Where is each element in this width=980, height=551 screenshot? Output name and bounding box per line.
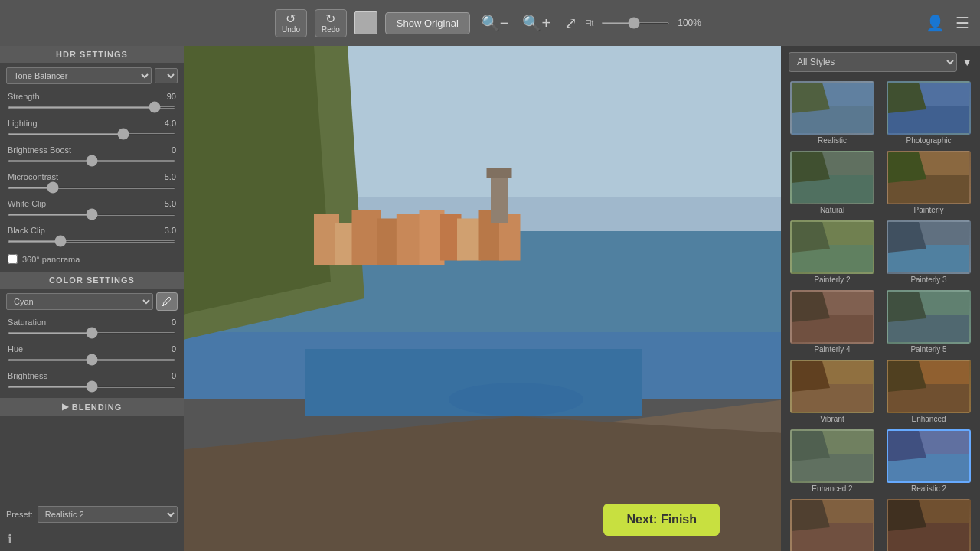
blending-section[interactable]: ▶ BLENDING: [0, 398, 184, 416]
black-clip-slider[interactable]: [8, 240, 176, 243]
style-thumb-painterly: [887, 151, 971, 204]
menu-icon[interactable]: ☰: [952, 11, 972, 35]
zoom-container: ⤢ Fit: [561, 11, 593, 35]
fit-label: Fit: [585, 19, 593, 28]
show-original-label: Show Original: [397, 18, 459, 29]
color-picker-button[interactable]: 🖊: [156, 292, 178, 311]
hue-slider[interactable]: [8, 359, 176, 361]
panorama-checkbox[interactable]: [8, 254, 18, 264]
style-thumb-painterly4: [790, 290, 874, 344]
color-brightness-label: Brightness: [8, 371, 47, 380]
style-item-interior2[interactable]: Interior 2: [880, 496, 977, 551]
style-thumb-enhanced: [887, 360, 971, 413]
brightness-boost-slider-row: Brightness Boost 0: [0, 142, 184, 169]
microcontrast-slider[interactable]: [8, 187, 176, 189]
left-panel: HDR SETTINGS Tone Balancer ▼ Strength 90…: [0, 46, 184, 551]
lighting-slider[interactable]: [8, 133, 176, 135]
hdr-settings-header: HDR SETTINGS: [0, 46, 184, 63]
strength-value: 90: [149, 92, 176, 101]
style-item-enhanced2[interactable]: Enhanced 2: [784, 426, 880, 496]
style-label-painterly3: Painterly 3: [910, 276, 946, 284]
saturation-slider[interactable]: [8, 332, 176, 334]
color-brightness-slider[interactable]: [8, 386, 176, 388]
next-finish-label: Next: Finish: [626, 513, 697, 526]
style-thumb-natural: [790, 151, 874, 204]
saturation-slider-row: Saturation 0: [0, 315, 184, 341]
style-thumb-interior2: [887, 499, 971, 551]
undo-button[interactable]: ↺ Undo: [275, 9, 307, 37]
show-original-button[interactable]: Show Original: [385, 12, 470, 34]
zoom-value-label: 100%: [678, 18, 701, 28]
style-item-realistic[interactable]: Realistic: [784, 78, 880, 148]
info-icon[interactable]: ℹ: [8, 532, 12, 546]
style-item-painterly4[interactable]: Painterly 4: [784, 287, 880, 357]
style-thumb-interior: [790, 499, 874, 551]
right-panel: All Styles ▼ Realistic Photographic: [781, 46, 980, 551]
next-finish-button[interactable]: Next: Finish: [603, 504, 720, 536]
fit-button[interactable]: ⤢: [561, 11, 580, 35]
color-settings-header: COLOR SETTINGS: [0, 272, 184, 289]
styles-header: All Styles ▼: [781, 46, 980, 78]
svg-point-21: [449, 383, 583, 416]
black-clip-value: 3.0: [149, 226, 176, 235]
panorama-label: 360° panorama: [22, 255, 80, 264]
style-thumb-painterly5: [887, 290, 971, 344]
preset-label: Preset:: [6, 510, 33, 519]
style-label-enhanced: Enhanced: [911, 415, 946, 423]
redo-label: Redo: [322, 25, 340, 34]
zoom-slider[interactable]: [601, 22, 670, 24]
black-clip-slider-row: Black Clip 3.0: [0, 223, 184, 249]
color-channel-row: Cyan 🖊: [0, 289, 184, 315]
tone-balancer-select[interactable]: Tone Balancer: [6, 67, 152, 84]
canvas-image: [184, 46, 781, 551]
style-item-natural[interactable]: Natural: [784, 148, 880, 217]
all-styles-select[interactable]: All Styles: [789, 52, 957, 72]
strength-label: Strength: [8, 92, 40, 101]
style-item-painterly2[interactable]: Painterly 2: [784, 217, 880, 287]
zoom-in-button[interactable]: 🔍+: [519, 11, 554, 35]
strength-slider[interactable]: [8, 106, 176, 109]
left-bottom: ℹ: [0, 527, 184, 551]
preset-select[interactable]: Realistic 2: [38, 506, 178, 523]
toolbar-center: ↺ Undo ↻ Redo Show Original 🔍− 🔍+ ⤢ Fit …: [209, 9, 767, 37]
hue-value: 0: [149, 344, 176, 354]
main-layout: HDR SETTINGS Tone Balancer ▼ Strength 90…: [0, 46, 980, 551]
microcontrast-slider-row: Microcontrast -5.0: [0, 169, 184, 196]
color-channel-select[interactable]: Cyan: [6, 293, 153, 310]
strength-slider-row: Strength 90: [0, 89, 184, 116]
saturation-label: Saturation: [8, 318, 46, 327]
lighting-label: Lighting: [8, 119, 38, 128]
style-item-realistic2[interactable]: Realistic 2: [880, 426, 977, 496]
toolbar-right: 👤 ☰: [773, 11, 972, 35]
style-item-interior[interactable]: Interior: [784, 496, 880, 551]
redo-button[interactable]: ↻ Redo: [315, 9, 347, 37]
lighting-value: 4.0: [149, 119, 176, 128]
blending-arrow: ▶: [62, 402, 69, 412]
style-thumb-realistic: [790, 81, 874, 135]
style-item-vibrant[interactable]: Vibrant: [784, 357, 880, 426]
style-item-photographic[interactable]: Photographic: [880, 78, 977, 148]
style-item-painterly3[interactable]: Painterly 3: [880, 217, 977, 287]
svg-marker-5: [184, 46, 331, 315]
white-clip-slider[interactable]: [8, 214, 176, 216]
style-label-painterly: Painterly: [914, 206, 944, 214]
zoom-out-button[interactable]: 🔍−: [478, 11, 512, 35]
style-item-painterly[interactable]: Painterly: [880, 148, 977, 217]
center-canvas: Next: Finish: [184, 46, 781, 551]
style-label-painterly5: Painterly 5: [910, 345, 946, 354]
style-item-painterly5[interactable]: Painterly 5: [880, 287, 977, 357]
svg-rect-8: [352, 210, 382, 266]
blending-label: BLENDING: [72, 403, 122, 412]
saturation-value: 0: [149, 318, 176, 327]
account-icon[interactable]: 👤: [923, 11, 948, 35]
style-item-enhanced[interactable]: Enhanced: [880, 357, 977, 426]
style-label-natural: Natural: [820, 206, 844, 214]
brightness-boost-slider[interactable]: [8, 160, 176, 162]
tone-balancer-mode-select[interactable]: ▼: [155, 68, 178, 83]
color-swatch[interactable]: [354, 11, 377, 34]
svg-rect-17: [487, 168, 512, 178]
svg-rect-13: [457, 219, 481, 261]
style-thumb-photographic: [887, 81, 971, 135]
brightness-boost-label: Brightness Boost: [8, 145, 71, 155]
toolbar: ↺ Undo ↻ Redo Show Original 🔍− 🔍+ ⤢ Fit …: [0, 0, 980, 46]
